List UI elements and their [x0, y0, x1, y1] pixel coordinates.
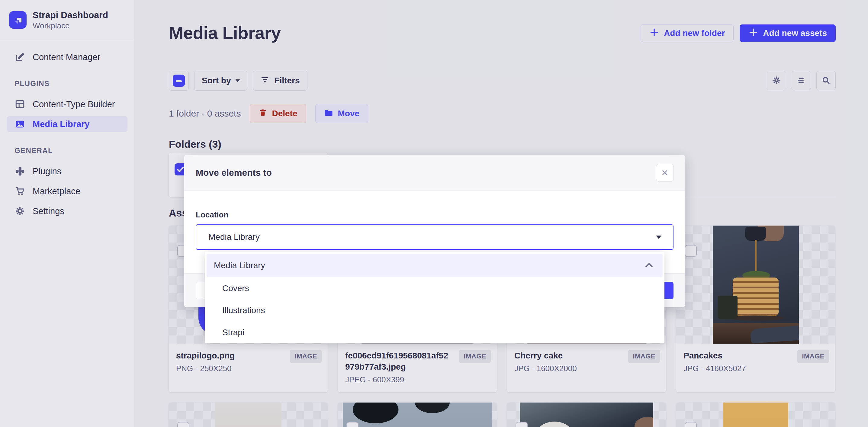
- chevron-up-icon: [645, 261, 654, 270]
- dropdown-option-media-library[interactable]: Media Library: [207, 254, 663, 277]
- dropdown-option-strapi[interactable]: Strapi: [207, 321, 663, 343]
- modal-title: Move elements to: [196, 167, 272, 178]
- dropdown-option-covers[interactable]: Covers: [207, 277, 663, 299]
- dropdown-option-illustrations[interactable]: Illustrations: [207, 299, 663, 321]
- modal-close-button[interactable]: ✕: [656, 164, 674, 182]
- location-select-value: Media Library: [208, 232, 260, 242]
- chevron-down-icon: [656, 236, 661, 239]
- location-dropdown: Media Library Covers Illustrations Strap…: [205, 252, 664, 343]
- close-icon: ✕: [661, 168, 668, 178]
- location-label: Location: [196, 210, 674, 219]
- location-select[interactable]: Media Library: [196, 224, 674, 250]
